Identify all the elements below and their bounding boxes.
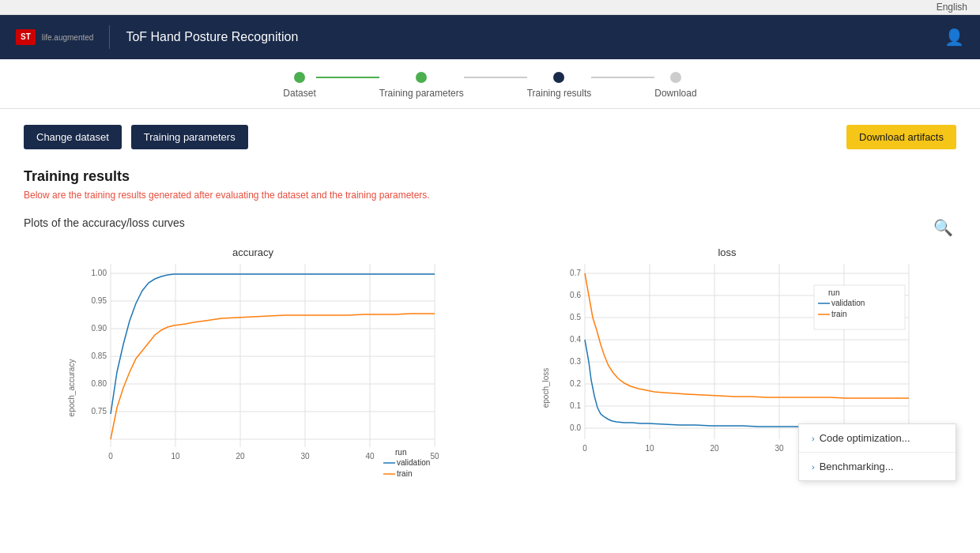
code-optimization-arrow: › <box>812 434 815 443</box>
svg-text:0.95: 0.95 <box>92 296 107 305</box>
step-circle-download <box>670 72 681 83</box>
accuracy-legend-run: run <box>395 448 406 457</box>
step-label-dataset: Dataset <box>283 88 315 99</box>
svg-text:0.0: 0.0 <box>570 423 581 432</box>
loss-y-label: epoch_loss <box>541 368 550 408</box>
svg-text:run: run <box>828 288 839 297</box>
language-label: English <box>937 2 967 13</box>
stepper: Dataset Training parameters Training res… <box>0 59 980 109</box>
user-icon[interactable]: 👤 <box>944 28 964 47</box>
svg-text:10: 10 <box>171 452 180 461</box>
code-optimization-label: Code optimization... <box>820 432 910 444</box>
validation-loss-line <box>585 340 909 427</box>
main-content: Change dataset Training parameters Downl… <box>0 109 980 553</box>
benchmarking-item[interactable]: › Benchmarking... <box>799 453 956 480</box>
zoom-icon[interactable]: 🔍 <box>933 218 953 237</box>
svg-text:0.2: 0.2 <box>570 379 581 388</box>
download-artifacts-button[interactable]: Download artifacts <box>846 125 956 149</box>
svg-text:1.00: 1.00 <box>92 269 107 277</box>
svg-text:0.85: 0.85 <box>92 352 107 360</box>
step-line-1 <box>316 77 379 78</box>
svg-text:0.80: 0.80 <box>92 379 107 388</box>
step-dataset[interactable]: Dataset <box>283 72 315 99</box>
app-title: ToF Hand Posture Recognition <box>126 30 944 44</box>
step-label-training-params: Training parameters <box>379 88 464 99</box>
svg-text:0: 0 <box>582 444 587 453</box>
svg-text:20: 20 <box>710 444 719 453</box>
accuracy-y-label: epoch_accuracy <box>67 359 76 417</box>
svg-text:0.4: 0.4 <box>570 335 581 344</box>
accuracy-legend-val: validation <box>397 458 430 467</box>
step-circle-training-params <box>416 72 427 83</box>
step-label-download: Download <box>654 88 696 99</box>
train-line <box>111 314 435 439</box>
logo-subtitle: life.augmented <box>42 33 94 42</box>
step-label-training-results: Training results <box>527 88 592 99</box>
desc-prefix: Below are the <box>24 190 85 201</box>
code-optimization-item[interactable]: › Code optimization... <box>799 424 956 453</box>
accuracy-chart: accuracy epoch_accuracy <box>24 242 482 497</box>
training-parameters-button[interactable]: Training parameters <box>131 125 248 149</box>
accuracy-chart-title: accuracy <box>232 246 274 258</box>
svg-text:50: 50 <box>430 452 439 461</box>
accuracy-legend-train: train <box>397 469 412 478</box>
language-bar: English <box>0 0 980 15</box>
accuracy-chart-svg: accuracy epoch_accuracy <box>24 242 482 495</box>
svg-text:0.6: 0.6 <box>570 291 581 299</box>
svg-text:30: 30 <box>775 444 784 453</box>
change-dataset-button[interactable]: Change dataset <box>24 125 122 149</box>
section-description: Below are the training results generated… <box>24 190 956 201</box>
charts-row: accuracy epoch_accuracy <box>24 242 956 497</box>
benchmarking-label: Benchmarking... <box>820 461 894 472</box>
validation-line <box>111 274 435 414</box>
logo: ST life.augmented <box>16 29 93 45</box>
header-divider <box>109 25 110 49</box>
svg-text:train: train <box>831 310 846 318</box>
svg-text:0: 0 <box>108 452 113 461</box>
loss-chart: loss epoch_loss <box>498 242 956 497</box>
st-logo: ST <box>16 29 36 45</box>
benchmarking-arrow: › <box>812 462 815 472</box>
step-line-3 <box>591 77 654 78</box>
svg-text:0.75: 0.75 <box>92 407 107 416</box>
svg-text:0.3: 0.3 <box>570 357 581 366</box>
step-training-params[interactable]: Training parameters <box>379 72 464 99</box>
plots-title: Plots of the accuracy/loss curves <box>24 216 956 229</box>
charts-wrapper: 🔍 accuracy epoch_accuracy <box>24 242 956 497</box>
dropdown-menu: › Code optimization... › Benchmarking... <box>798 423 956 481</box>
loss-chart-title: loss <box>718 246 737 258</box>
svg-text:validation: validation <box>831 299 865 307</box>
app-header: ST life.augmented ToF Hand Posture Recog… <box>0 15 980 59</box>
step-circle-training-results <box>553 72 564 83</box>
svg-text:0.5: 0.5 <box>570 313 581 322</box>
desc-link: training results <box>85 190 146 201</box>
svg-text:0.7: 0.7 <box>570 269 581 277</box>
step-download[interactable]: Download <box>654 72 696 99</box>
desc-suffix: generated after evaluating the dataset a… <box>146 190 430 201</box>
svg-text:10: 10 <box>645 444 654 453</box>
step-training-results[interactable]: Training results <box>527 72 592 99</box>
toolbar: Change dataset Training parameters Downl… <box>24 125 956 149</box>
step-circle-dataset <box>294 72 305 83</box>
svg-text:20: 20 <box>236 452 245 461</box>
section-title: Training results <box>24 168 956 185</box>
svg-text:0.90: 0.90 <box>92 324 107 333</box>
svg-text:0.1: 0.1 <box>570 401 581 410</box>
svg-text:30: 30 <box>300 452 310 461</box>
step-line-2 <box>464 77 527 78</box>
svg-text:40: 40 <box>365 452 375 461</box>
